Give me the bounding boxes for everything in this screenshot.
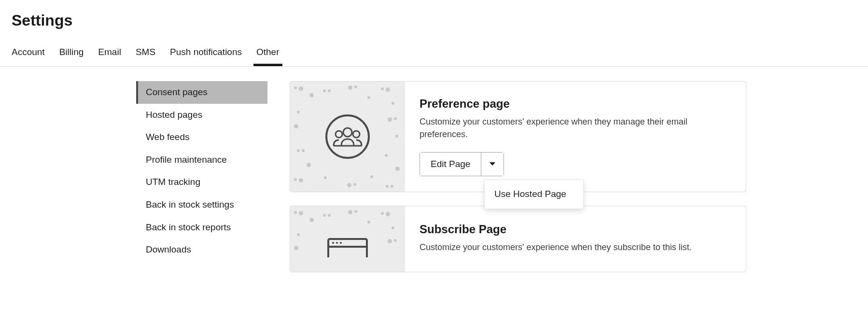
caret-down-icon xyxy=(489,161,496,168)
subscribe-page-description: Customize your customers' experience whe… xyxy=(420,241,731,253)
tab-bar: Account Billing Email SMS Push notificat… xyxy=(0,43,868,67)
sidebar-item-downloads[interactable]: Downloads xyxy=(136,239,267,261)
tab-other[interactable]: Other xyxy=(256,43,280,66)
card-graphic xyxy=(290,206,405,272)
settings-header: Settings xyxy=(0,0,868,29)
svg-point-1 xyxy=(336,131,342,138)
people-icon xyxy=(325,114,370,159)
svg-rect-4 xyxy=(328,239,367,257)
sidebar-item-back-in-stock-reports[interactable]: Back in stock reports xyxy=(136,216,267,239)
preference-page-title: Preference page xyxy=(420,97,731,111)
edit-page-split-button: Edit Page Use Hosted Page xyxy=(420,152,504,176)
sidebar-item-hosted-pages[interactable]: Hosted pages xyxy=(136,104,267,126)
subscribe-page-title: Subscribe Page xyxy=(420,223,731,236)
tab-billing[interactable]: Billing xyxy=(59,43,84,66)
svg-point-8 xyxy=(340,242,342,244)
tab-account[interactable]: Account xyxy=(12,43,45,66)
sidebar-item-back-in-stock-settings[interactable]: Back in stock settings xyxy=(136,194,267,216)
sidebar-item-profile-maintenance[interactable]: Profile maintenance xyxy=(136,149,267,171)
browser-window-icon xyxy=(327,238,368,259)
tab-email[interactable]: Email xyxy=(98,43,121,66)
subscribe-page-card: Subscribe Page Customize your customers'… xyxy=(290,206,746,272)
card-body: Preference page Customize your customers… xyxy=(405,82,746,192)
sidebar-item-consent-pages[interactable]: Consent pages xyxy=(136,81,267,104)
preference-page-card: Preference page Customize your customers… xyxy=(290,81,746,192)
preference-page-description: Customize your customers' experience whe… xyxy=(420,115,731,140)
svg-point-6 xyxy=(332,242,334,244)
main-panel: Preference page Customize your customers… xyxy=(290,81,746,286)
sidebar-item-utm-tracking[interactable]: UTM tracking xyxy=(136,171,267,194)
card-body: Subscribe Page Customize your customers'… xyxy=(405,206,746,272)
tab-sms[interactable]: SMS xyxy=(136,43,155,66)
sidebar-item-web-feeds[interactable]: Web feeds xyxy=(136,126,267,149)
svg-point-2 xyxy=(353,131,360,138)
settings-sidebar: Consent pages Hosted pages Web feeds Pro… xyxy=(136,81,267,286)
tab-push-notifications[interactable]: Push notifications xyxy=(170,43,242,66)
use-hosted-page-item[interactable]: Use Hosted Page xyxy=(494,188,574,201)
svg-point-0 xyxy=(343,128,352,137)
content-area: Consent pages Hosted pages Web feeds Pro… xyxy=(0,67,868,286)
card-graphic xyxy=(290,82,405,192)
edit-page-button[interactable]: Edit Page xyxy=(420,153,481,176)
svg-point-7 xyxy=(336,242,338,244)
page-title: Settings xyxy=(12,12,856,29)
edit-page-dropdown-toggle[interactable] xyxy=(481,153,504,176)
edit-page-dropdown-menu: Use Hosted Page xyxy=(484,180,584,209)
